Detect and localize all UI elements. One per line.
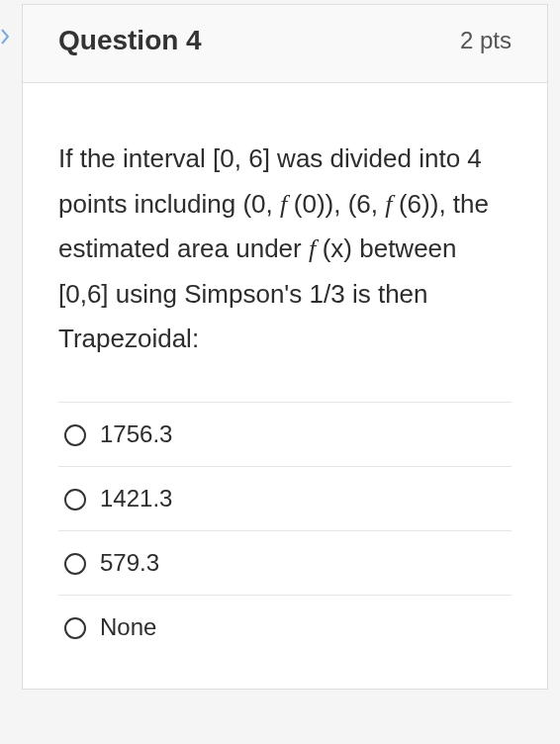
option-label: None xyxy=(100,613,156,641)
radio-icon[interactable] xyxy=(64,617,86,639)
question-body: If the interval [0, 6] was divided into … xyxy=(23,83,547,689)
question-text: If the interval [0, 6] was divided into … xyxy=(58,137,512,362)
text-fvar: f xyxy=(309,234,323,263)
option-item[interactable]: 1421.3 xyxy=(58,466,512,530)
radio-icon[interactable] xyxy=(64,424,86,446)
text-fvar: f xyxy=(385,190,399,219)
radio-icon[interactable] xyxy=(64,489,86,511)
question-card: Question 4 2 pts If the interval [0, 6] … xyxy=(22,4,548,690)
option-label: 1756.3 xyxy=(100,420,172,448)
text-part: (0)), (6, xyxy=(294,189,385,219)
next-arrow-icon[interactable] xyxy=(1,29,9,47)
option-item[interactable]: 579.3 xyxy=(58,530,512,595)
text-fvar: f xyxy=(280,190,294,219)
question-title: Question 4 xyxy=(58,25,202,56)
question-points: 2 pts xyxy=(460,27,512,54)
options-list: 1756.3 1421.3 579.3 None xyxy=(58,402,512,659)
option-label: 579.3 xyxy=(100,549,159,577)
option-item[interactable]: 1756.3 xyxy=(58,402,512,466)
question-header: Question 4 2 pts xyxy=(23,5,547,83)
radio-icon[interactable] xyxy=(64,553,86,575)
option-item[interactable]: None xyxy=(58,595,512,659)
option-label: 1421.3 xyxy=(100,485,172,512)
